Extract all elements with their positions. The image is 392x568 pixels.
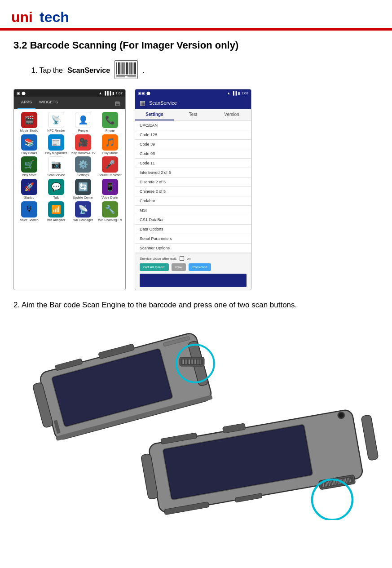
device-bottom-svg — [139, 403, 382, 520]
screenshots-row: ▣ ⬤ ▲ ▐▐▐ ▮ 1:07 APPS WIDGETS ▤ 🎬 — [13, 89, 379, 290]
logo: uni tech — [9, 6, 81, 28]
list-item-data-options[interactable]: Data Options — [135, 225, 251, 234]
step1-prefix: 1. Tap the — [31, 67, 63, 75]
app-scanservice[interactable]: 📷 ScanService — [44, 156, 69, 177]
app-play-store[interactable]: 🛒 Play Store — [17, 156, 42, 177]
scanservice-icon: 📷 — [48, 156, 64, 173]
phone-app-icon: 📞 — [102, 112, 118, 128]
app-sound-recorder[interactable]: 🎤 Sound Recorder — [97, 156, 123, 177]
list-item-serial[interactable]: Serial Parameters — [135, 234, 251, 244]
list-item-discrete[interactable]: Discrete 2 of 5 — [135, 178, 251, 187]
tab-widgets[interactable]: WIDGETS — [35, 98, 62, 109]
phone-tabs: APPS WIDGETS ▤ — [14, 97, 125, 109]
svg-rect-12 — [132, 62, 133, 75]
svg-rect-6 — [121, 62, 122, 75]
app-label: WiFi Manager — [73, 218, 93, 222]
scan-tabs: Settings Test Version — [135, 109, 251, 121]
list-item-chinese[interactable]: Chinese 2 of 5 — [135, 187, 251, 196]
music-icon: 🎵 — [102, 134, 118, 151]
list-item-code128[interactable]: Code 128 — [135, 130, 251, 140]
dialer-icon: 📱 — [102, 179, 118, 195]
scan-time: 1:08 — [241, 91, 248, 95]
wifi-roaming-icon: 🔧 — [102, 201, 118, 217]
magazines-icon: 📰 — [48, 134, 64, 151]
list-item-code93[interactable]: Code 93 — [135, 149, 251, 159]
list-item-gs1[interactable]: GS1 DataBar — [135, 215, 251, 225]
notif-icon: ⬤ — [22, 91, 26, 95]
device-illustrations — [13, 322, 382, 511]
app-play-movies[interactable]: 🎥 Play Movies & TV — [70, 134, 96, 155]
packeted-button[interactable]: Packeted — [189, 263, 211, 271]
settings-icon: ⚙️ — [75, 156, 91, 173]
movies-icon: 🎥 — [75, 134, 91, 151]
svg-rect-11 — [131, 62, 132, 75]
app-movie-studio[interactable]: 🎬 Movie Studio — [17, 112, 42, 133]
app-wifi-manager[interactable]: 📡 WiFi Manager — [70, 201, 96, 222]
app-wifi-roaming[interactable]: 🔧 Wifi Roaming Fix — [97, 201, 123, 222]
scan-settings-list: UPC/EAN Code 128 Code 39 Code 93 Code 11… — [135, 121, 251, 253]
svg-rect-9 — [126, 62, 128, 75]
app-label: Update Center — [73, 196, 93, 200]
list-item-interleaved[interactable]: Interleaved 2 of 5 — [135, 168, 251, 178]
app-people[interactable]: 👤 People — [70, 112, 96, 133]
app-settings[interactable]: ⚙️ Settings — [70, 156, 96, 177]
get-all-param-button[interactable]: Get All Param — [140, 263, 169, 271]
app-label: Play Books — [21, 151, 37, 155]
scan-header-icon: ▦ — [140, 99, 145, 106]
app-label: Play Music — [102, 151, 118, 155]
apps-grid: 🎬 Movie Studio 📡 NFC Reader 👤 People 📞 P… — [14, 109, 125, 224]
app-phone[interactable]: 📞 Phone — [97, 112, 123, 133]
app-nfc-reader[interactable]: 📡 NFC Reader — [44, 112, 69, 133]
app-play-books[interactable]: 📚 Play Books — [17, 134, 42, 155]
wifi-manager-icon: 📡 — [75, 201, 91, 217]
service-close-checkbox[interactable] — [180, 256, 184, 261]
scan-bottom-panel: Service close after exit: on Get All Par… — [135, 253, 251, 290]
svg-rect-4 — [116, 62, 117, 75]
movie-icon: 🎬 — [21, 112, 37, 128]
scan-header-label: ScanService — [149, 100, 177, 106]
list-item-msi[interactable]: MSI — [135, 206, 251, 215]
app-voice-search[interactable]: 🎙 Voice Search — [17, 201, 42, 222]
device-bottom-illustration — [139, 403, 382, 522]
voice-search-icon: 🎙 — [21, 201, 37, 217]
scan-sim-icon: ▣▣ — [138, 91, 145, 95]
app-label: ScanService — [47, 173, 65, 177]
app-play-music[interactable]: 🎵 Play Music — [97, 134, 123, 155]
app-label: People — [78, 129, 88, 133]
scan-tab-test[interactable]: Test — [174, 109, 212, 120]
app-wifi-analyzer[interactable]: 📶 Wifi Analyzer — [44, 201, 69, 222]
app-startup[interactable]: 🚀 Startup — [17, 179, 42, 200]
list-item-code39[interactable]: Code 39 — [135, 140, 251, 149]
raw-button[interactable]: Raw — [172, 263, 186, 271]
scan-app-header: ▦ ScanService — [135, 97, 251, 109]
app-play-magazines[interactable]: 📰 Play Magazines — [44, 134, 69, 155]
left-screenshot: ▣ ⬤ ▲ ▐▐▐ ▮ 1:07 APPS WIDGETS ▤ 🎬 — [13, 89, 126, 290]
menu-icon[interactable]: ▤ — [113, 98, 122, 109]
app-label: Settings — [77, 173, 88, 177]
svg-rect-5 — [118, 62, 120, 75]
app-update-center[interactable]: 🔄 Update Center — [70, 179, 96, 200]
list-item-codabar[interactable]: Codabar — [135, 196, 251, 206]
scan-status-right: ▲ ▐▐ ▮ 1:08 — [227, 91, 248, 95]
barcode-icon — [115, 60, 138, 81]
svg-rect-14 — [116, 75, 136, 76]
scan-tab-version[interactable]: Version — [212, 109, 251, 120]
app-voice-dialer[interactable]: 📱 Voice Dialer — [97, 179, 123, 200]
scan-tab-settings[interactable]: Settings — [135, 109, 174, 120]
list-item-upce[interactable]: UPC/EAN — [135, 121, 251, 130]
people-icon: 👤 — [75, 112, 91, 128]
step2-text: 2. Aim the Bar code Scan Engine to the b… — [13, 299, 379, 311]
app-talk[interactable]: 💬 Talk — [44, 179, 69, 200]
update-icon: 🔄 — [75, 179, 91, 195]
app-label: Wifi Roaming Fix — [98, 218, 122, 222]
list-item-code11[interactable]: Code 11 — [135, 159, 251, 168]
list-item-scanner[interactable]: Scanner Options — [135, 244, 251, 253]
page-header: uni tech — [0, 0, 392, 29]
right-screenshot: ▣▣ ⬤ ▲ ▐▐ ▮ 1:08 ▦ ScanService Settings … — [135, 89, 251, 290]
tab-apps[interactable]: APPS — [18, 98, 35, 109]
scan-notif-icon: ⬤ — [146, 91, 150, 95]
app-label: Movie Studio — [20, 129, 38, 133]
svg-rect-15 — [116, 76, 125, 77]
app-label: NFC Reader — [47, 129, 65, 133]
svg-text:uni: uni — [11, 9, 33, 25]
